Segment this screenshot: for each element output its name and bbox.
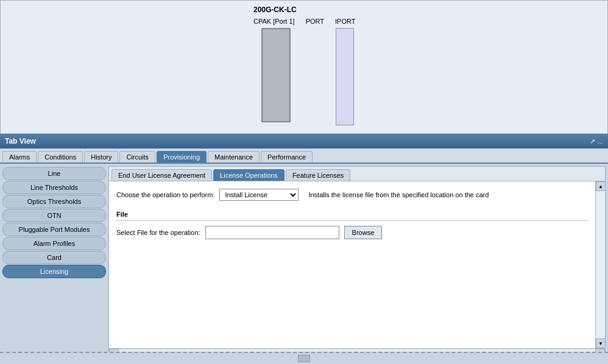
file-section-label: File bbox=[116, 211, 588, 221]
iport-column bbox=[336, 28, 354, 125]
tab-view-expand-btn[interactable]: ↗ bbox=[590, 138, 595, 145]
tab-view-title: Tab View bbox=[5, 137, 36, 145]
tab-maintenance[interactable]: Maintenance bbox=[208, 151, 260, 163]
sub-tab-feature-licenses[interactable]: Feature Licenses bbox=[286, 169, 350, 181]
tab-conditions[interactable]: Conditions bbox=[38, 151, 83, 163]
sidebar-item-line-thresholds[interactable]: Line Thresholds bbox=[2, 181, 106, 194]
file-section: File Select File for the operation: Brow… bbox=[116, 211, 588, 239]
file-row: Select File for the operation: Browse bbox=[116, 226, 588, 239]
tab-view-header: Tab View ↗ ... bbox=[0, 134, 608, 149]
scroll-down-btn[interactable]: ▼ bbox=[596, 338, 605, 348]
content-area: Line Line Thresholds Optics Thresholds O… bbox=[0, 164, 608, 361]
main-tabs: Alarms Conditions History Circuits Provi… bbox=[0, 149, 608, 164]
tab-view-menu-btn[interactable]: ... bbox=[598, 138, 603, 145]
tab-provisioning[interactable]: Provisioning bbox=[157, 151, 207, 163]
bottom-bar bbox=[0, 352, 608, 364]
port-labels: CPAK [Port 1] PORT IPORT bbox=[253, 18, 355, 25]
bottom-handle[interactable] bbox=[298, 355, 310, 362]
operation-row: Choose the operation to perform: Install… bbox=[116, 189, 588, 201]
right-panel-wrapper: End User License Agreement License Opera… bbox=[108, 164, 608, 361]
sidebar-item-line[interactable]: Line bbox=[2, 167, 106, 180]
browse-button[interactable]: Browse bbox=[344, 226, 383, 239]
sub-tabs: End User License Agreement License Opera… bbox=[109, 167, 605, 181]
device-label: 200G-CK-LC bbox=[253, 5, 297, 14]
choose-operation-label: Choose the operation to perform: bbox=[116, 191, 214, 198]
sidebar-item-optics-thresholds[interactable]: Optics Thresholds bbox=[2, 195, 106, 208]
browse-label: Browse bbox=[352, 229, 375, 236]
diagram-area: 200G-CK-LC CPAK [Port 1] PORT IPORT bbox=[0, 0, 608, 134]
cpak-block bbox=[261, 28, 291, 122]
tab-circuits[interactable]: Circuits bbox=[119, 151, 155, 163]
sub-tab-license-operations[interactable]: License Operations bbox=[213, 169, 285, 181]
tab-alarms[interactable]: Alarms bbox=[2, 151, 37, 163]
sidebar-item-alarm-profiles[interactable]: Alarm Profiles bbox=[2, 237, 106, 250]
cpak-port-label: CPAK [Port 1] bbox=[253, 18, 295, 25]
sidebar-item-licensing[interactable]: Licensing bbox=[2, 265, 106, 278]
port-label: PORT bbox=[306, 18, 324, 25]
sidebar-item-card[interactable]: Card bbox=[2, 251, 106, 264]
scrollbar-right: ▲ ▼ bbox=[595, 181, 605, 348]
sidebar-item-pluggable-port-modules[interactable]: Pluggable Port Modules bbox=[2, 223, 106, 236]
file-input[interactable] bbox=[205, 226, 339, 239]
sidebar-item-otn[interactable]: OTN bbox=[2, 209, 106, 222]
operation-description: Installs the license file from the speci… bbox=[308, 191, 489, 198]
panel-content: Choose the operation to perform: Install… bbox=[109, 181, 595, 348]
sub-tab-eula[interactable]: End User License Agreement bbox=[111, 169, 212, 181]
scrollbar-track bbox=[596, 191, 605, 338]
tab-view-controls: ↗ ... bbox=[590, 138, 603, 145]
scroll-up-btn[interactable]: ▲ bbox=[596, 181, 605, 191]
tab-performance[interactable]: Performance bbox=[261, 151, 313, 163]
sidebar: Line Line Thresholds Optics Thresholds O… bbox=[0, 164, 108, 361]
select-file-label: Select File for the operation: bbox=[116, 229, 200, 236]
panel-body: Choose the operation to perform: Install… bbox=[109, 181, 605, 348]
tab-history[interactable]: History bbox=[84, 151, 118, 163]
iport-label: IPORT bbox=[335, 18, 355, 25]
right-panel: End User License Agreement License Opera… bbox=[108, 166, 606, 359]
operation-select[interactable]: Install License bbox=[219, 189, 299, 201]
